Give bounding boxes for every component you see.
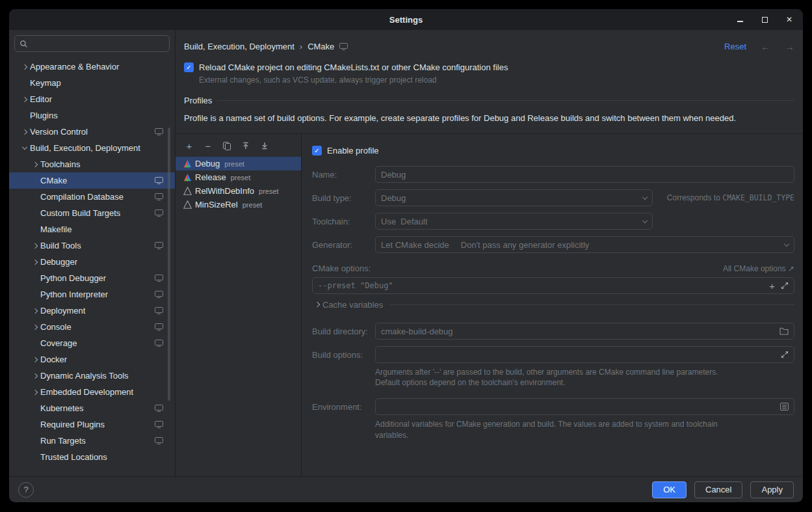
chevron-spacer [30, 452, 40, 463]
sidebar-scrollbar[interactable] [168, 128, 170, 401]
chevron-right-icon[interactable] [30, 387, 40, 397]
sidebar-item-debugger[interactable]: Debugger [9, 254, 175, 270]
sidebar-item-run-targets[interactable]: Run Targets [9, 433, 175, 449]
build-options-input[interactable] [375, 346, 794, 363]
settings-tree: Appearance & Behavior Keymap Editor Plug… [9, 59, 175, 465]
toolchain-select[interactable]: Use Default [375, 213, 653, 230]
profile-suffix: preset [259, 187, 279, 195]
name-label: Name: [312, 170, 375, 180]
add-profile-button[interactable]: + [182, 139, 196, 153]
sidebar-item-label: Toolchains [40, 159, 80, 169]
profiles-description: Profile is a named set of build options.… [184, 109, 794, 133]
sidebar-item-cmake[interactable]: CMake [9, 172, 175, 189]
reload-cmake-checkbox[interactable]: ✓ Reload CMake project on editing CMakeL… [184, 62, 794, 72]
sidebar-item-coverage[interactable]: Coverage [9, 335, 175, 351]
breadcrumb-parent[interactable]: Build, Execution, Deployment [184, 42, 295, 51]
chevron-down-icon[interactable] [20, 143, 30, 154]
forward-arrow-icon[interactable]: → [785, 41, 794, 52]
environment-input[interactable] [375, 398, 794, 415]
sidebar-item-plugins[interactable]: Plugins [9, 107, 175, 124]
profile-item-debug[interactable]: Debug preset [176, 157, 301, 170]
ok-button[interactable]: OK [652, 481, 687, 498]
chevron-right-icon[interactable] [30, 355, 40, 365]
sidebar-item-deployment[interactable]: Deployment [9, 303, 175, 319]
sidebar-item-label: Custom Build Targets [40, 208, 120, 218]
sidebar-item-build-execution-deployment[interactable]: Build, Execution, Deployment [9, 140, 175, 156]
add-option-icon[interactable]: + [769, 281, 775, 291]
cmake-options-input[interactable]: --preset "Debug" + [312, 277, 794, 294]
cancel-button[interactable]: Cancel [694, 481, 742, 498]
minimize-button[interactable] [735, 15, 744, 24]
folder-icon[interactable] [779, 327, 789, 335]
enable-profile-checkbox[interactable]: ✓ Enable profile [312, 146, 794, 155]
sidebar-item-python-debugger[interactable]: Python Debugger [9, 270, 175, 286]
build-directory-input[interactable]: cmake-build-debug [375, 323, 794, 340]
expand-icon[interactable] [781, 351, 789, 358]
chevron-right-icon[interactable] [30, 371, 40, 381]
monitor-icon [339, 43, 348, 50]
apply-button[interactable]: Apply [750, 481, 794, 498]
expand-icon[interactable] [781, 282, 789, 290]
sidebar-item-label: Keymap [30, 78, 61, 88]
sidebar-item-docker[interactable]: Docker [9, 351, 175, 368]
chevron-right-icon[interactable] [20, 127, 30, 137]
chevron-right-icon[interactable] [30, 322, 40, 332]
chevron-right-icon[interactable] [30, 306, 40, 316]
sidebar-item-trusted-locations[interactable]: Trusted Locations [9, 449, 175, 465]
variables-list-icon[interactable] [780, 403, 789, 411]
sidebar-item-required-plugins[interactable]: Required Plugins [9, 416, 175, 433]
chevron-down-icon [784, 241, 789, 246]
chevron-right-icon[interactable] [30, 257, 40, 267]
back-arrow-icon[interactable]: ← [761, 41, 770, 52]
all-cmake-options-link[interactable]: All CMake options ↗ [723, 264, 794, 273]
reset-link[interactable]: Reset [724, 42, 746, 51]
profile-item-minsizerel[interactable]: MinSizeRel preset [176, 198, 301, 211]
sidebar-item-kubernetes[interactable]: Kubernetes [9, 400, 175, 416]
sidebar-item-label: Kubernetes [40, 403, 84, 413]
sidebar-item-dynamic-analysis-tools[interactable]: Dynamic Analysis Tools [9, 368, 175, 384]
profile-item-relwithdebinfo[interactable]: RelWithDebInfo preset [176, 184, 301, 198]
copy-profile-button[interactable] [220, 139, 234, 153]
sidebar-item-label: Dynamic Analysis Tools [40, 371, 129, 381]
sidebar-item-version-control[interactable]: Version Control [9, 124, 175, 140]
build-type-select[interactable]: Debug [375, 189, 653, 206]
cache-variables-toggle[interactable]: Cache variables [312, 299, 794, 310]
settings-search-box[interactable] [14, 35, 170, 52]
sidebar-item-embedded-development[interactable]: Embedded Development [9, 384, 175, 400]
move-down-button[interactable] [257, 139, 272, 153]
monitor-icon [155, 275, 163, 282]
chevron-right-icon[interactable] [20, 94, 30, 105]
monitor-icon [155, 421, 163, 428]
checkbox-checked-icon: ✓ [184, 62, 194, 72]
profiles-section-header: Profiles [184, 91, 794, 109]
search-input[interactable] [31, 39, 164, 49]
sidebar-item-toolchains[interactable]: Toolchains [9, 156, 175, 172]
breadcrumb-separator: › [300, 42, 302, 51]
sidebar-item-compilation-database[interactable]: Compilation Database [9, 189, 175, 205]
move-up-button[interactable] [239, 139, 253, 153]
sidebar-item-appearance-behavior[interactable]: Appearance & Behavior [9, 59, 175, 75]
sidebar-item-makefile[interactable]: Makefile [9, 221, 175, 237]
chevron-spacer [30, 192, 40, 202]
sidebar-item-python-interpreter[interactable]: Python Interpreter [9, 286, 175, 303]
help-button[interactable]: ? [18, 482, 34, 498]
name-input[interactable] [375, 166, 794, 183]
build-type-hint: Corresponds to CMAKE_BUILD_TYPE [667, 193, 794, 202]
sidebar-item-label: Docker [40, 355, 67, 364]
cmake-options-value: --preset "Debug" [318, 281, 393, 290]
build-options-hint: Default options depend on the toolchain'… [375, 377, 794, 388]
generator-select[interactable]: Let CMake decide Don't pass any generato… [375, 236, 794, 253]
profile-item-release[interactable]: Release preset [176, 170, 301, 184]
sidebar-item-build-tools[interactable]: Build Tools [9, 237, 175, 254]
chevron-right-icon[interactable] [20, 62, 30, 72]
chevron-right-icon[interactable] [30, 241, 40, 251]
sidebar-item-label: Appearance & Behavior [30, 62, 119, 72]
maximize-button[interactable] [760, 15, 769, 24]
sidebar-item-custom-build-targets[interactable]: Custom Build Targets [9, 205, 175, 221]
sidebar-item-keymap[interactable]: Keymap [9, 75, 175, 91]
sidebar-item-console[interactable]: Console [9, 319, 175, 335]
sidebar-item-editor[interactable]: Editor [9, 91, 175, 107]
chevron-right-icon[interactable] [30, 159, 40, 170]
close-button[interactable]: ✕ [785, 15, 794, 24]
remove-profile-button[interactable]: − [201, 139, 215, 153]
